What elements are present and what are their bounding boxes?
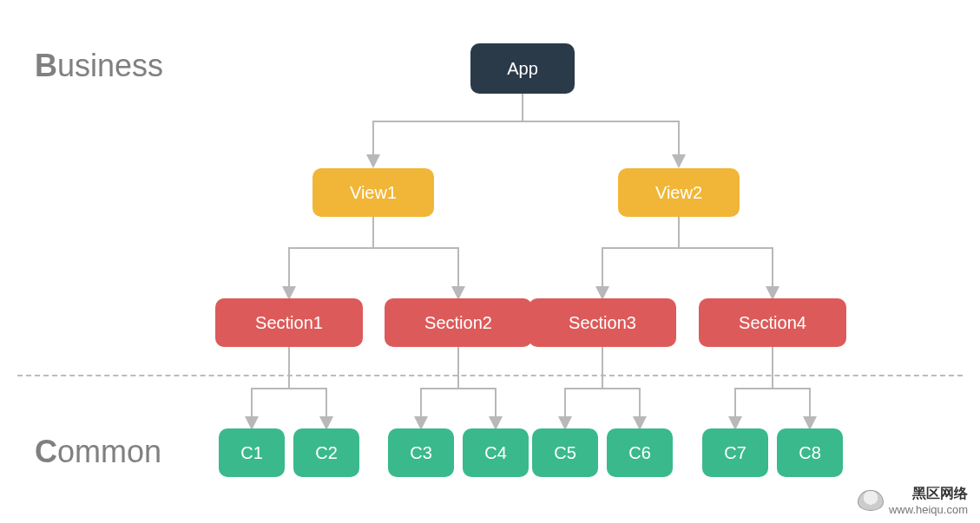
node-section4: Section4 — [699, 298, 846, 347]
watermark-logo-icon — [858, 490, 884, 511]
node-c8-label: C8 — [799, 443, 821, 463]
node-section1: Section1 — [215, 298, 363, 347]
common-label: Common — [35, 434, 161, 470]
business-rest: usiness — [57, 48, 163, 83]
node-c4-label: C4 — [484, 443, 507, 463]
node-view2-label: View2 — [655, 183, 702, 203]
node-c6: C6 — [607, 428, 673, 477]
node-section3-label: Section3 — [569, 313, 636, 333]
node-section2: Section2 — [385, 298, 532, 347]
diagram-stage: Business Common — [0, 0, 980, 523]
watermark-url: www.heiqu.com — [889, 503, 968, 516]
node-section4-label: Section4 — [739, 313, 806, 333]
node-view1-label: View1 — [350, 183, 397, 203]
watermark-title: 黑区网络 — [889, 485, 968, 503]
divider-line — [17, 375, 963, 376]
node-section1-label: Section1 — [255, 313, 323, 333]
common-rest: ommon — [57, 434, 161, 469]
node-c1-label: C1 — [240, 443, 263, 463]
watermark: 黑区网络 www.heiqu.com — [858, 485, 968, 516]
node-c6-label: C6 — [628, 443, 651, 463]
business-initial: B — [35, 48, 57, 83]
node-c1: C1 — [219, 428, 285, 477]
node-section2-label: Section2 — [424, 313, 492, 333]
node-app-label: App — [507, 59, 538, 79]
node-c7-label: C7 — [724, 443, 747, 463]
node-c2: C2 — [293, 428, 359, 477]
node-c5-label: C5 — [554, 443, 576, 463]
node-section3: Section3 — [529, 298, 676, 347]
node-view2: View2 — [618, 168, 740, 217]
node-c4: C4 — [463, 428, 529, 477]
node-c2-label: C2 — [315, 443, 338, 463]
business-label: Business — [35, 48, 163, 84]
node-c7: C7 — [702, 428, 768, 477]
node-c5: C5 — [532, 428, 598, 477]
node-c8: C8 — [777, 428, 843, 477]
node-view1: View1 — [312, 168, 434, 217]
node-c3: C3 — [388, 428, 454, 477]
node-c3-label: C3 — [410, 443, 432, 463]
node-app: App — [470, 43, 575, 94]
common-initial: C — [35, 434, 57, 469]
watermark-text: 黑区网络 www.heiqu.com — [889, 485, 968, 516]
